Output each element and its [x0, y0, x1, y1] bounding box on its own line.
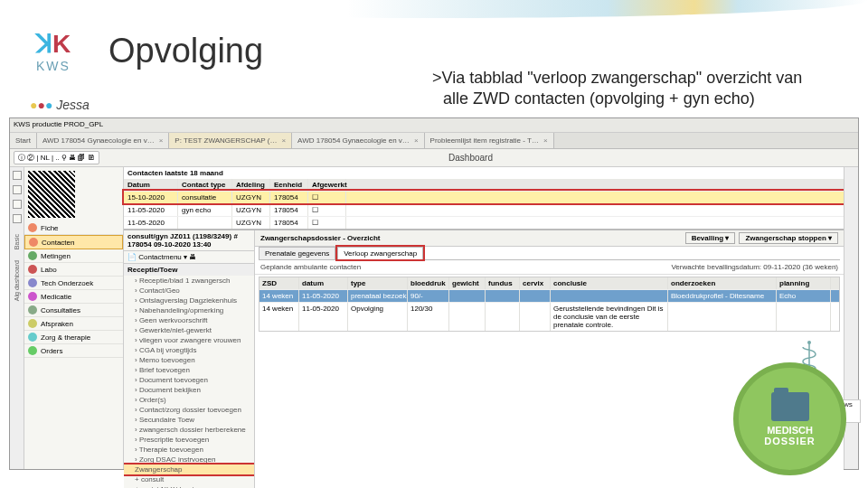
col-datum[interactable]: datum	[299, 277, 348, 289]
tree-item[interactable]: › zwangersch dossier herberekene	[124, 425, 254, 435]
nav-label: Afspraken	[41, 320, 73, 328]
col-cervix[interactable]: cervix	[520, 277, 551, 289]
zwangerschap-stoppen-button[interactable]: Zwangerschap stoppen ▾	[739, 232, 838, 244]
tree-item[interactable]: + consult	[124, 474, 254, 484]
inner-tabs: Prenatale gegevens Verloop zwangerschap	[259, 247, 840, 260]
zsd-row[interactable]: 14 weken11-05-2020prenataal bezoek90/-Bl…	[259, 289, 839, 302]
tree-item[interactable]: + registrNLK/dossier	[124, 484, 254, 488]
nav-afspraken[interactable]: Afspraken	[24, 317, 123, 331]
nav-zorg-therapie[interactable]: Zorg & therapie	[24, 331, 123, 344]
dashboard-label: Dashboard	[448, 153, 493, 163]
jessa-logo: ●●● Jessa	[30, 98, 90, 112]
col-eenheid[interactable]: Eenheid	[270, 179, 308, 191]
verwachte-datum: Verwachte bevallingsdatum: 09-11-2020 (3…	[671, 263, 838, 271]
tree-item[interactable]: › Brief toevoegen	[124, 365, 254, 375]
nav-fiche[interactable]: Fiche	[24, 221, 123, 235]
tab-prenatale-gegevens[interactable]: Prenatale gegevens	[259, 247, 335, 259]
close-icon[interactable]: ×	[159, 136, 164, 145]
nav-metingen[interactable]: Metingen	[24, 249, 123, 263]
tree-item[interactable]: › Geen werkvoorschrift	[124, 315, 254, 325]
tree-item[interactable]: › Contact/Geo	[124, 286, 254, 296]
nav-consultaties[interactable]: Consultaties	[24, 304, 123, 317]
tab-probleemlijst[interactable]: Probleemlijst item registratie - T…×	[425, 133, 554, 148]
col-fundus[interactable]: fundus	[486, 277, 520, 289]
rail-label-basic: Basic	[14, 234, 20, 249]
tab-start[interactable]: Start	[10, 133, 37, 148]
nav-label: Zorg & therapie	[41, 333, 90, 342]
rail-icon[interactable]	[13, 185, 22, 194]
nav-icon	[28, 292, 37, 301]
col-afdeling[interactable]: Afdeling	[232, 179, 270, 191]
tree-item[interactable]: › Receptie/blad 1 zwangersch	[124, 276, 254, 286]
close-icon[interactable]: ×	[543, 136, 548, 145]
consult-header: consult/gyn JZ011 (1198/3249) # 178054 0…	[124, 230, 254, 251]
contacts-title: Contacten laatste 18 maand	[124, 167, 844, 179]
nav-label: Tech Onderzoek	[41, 279, 93, 287]
nav-contacten[interactable]: Contacten	[24, 235, 123, 249]
col-type[interactable]: Contact type	[178, 179, 232, 191]
tree-item[interactable]: › Ontslagverslag Dagziekenhuis	[124, 296, 254, 305]
col-bloeddruk[interactable]: bloeddruk	[408, 277, 449, 289]
folder-icon	[771, 392, 809, 421]
tree-item[interactable]: › vliegen voor zwangere vrouwen	[124, 335, 254, 345]
contacts-table: Contacten laatste 18 maand Datum Contact…	[124, 167, 844, 230]
left-rail: Basic Alg dashboard	[10, 167, 24, 469]
nav-icon	[29, 238, 38, 247]
col-conclusie[interactable]: conclusie	[551, 277, 668, 289]
contact-row[interactable]: 11-05-2020gyn echoUZGYN178054☐	[124, 203, 844, 216]
toolbar-pills[interactable]: ⓘ ② | NL | .. ⚲ 🖶 🗐 🖹	[14, 151, 99, 164]
col-afgewerkt[interactable]: Afgewerkt	[308, 179, 346, 191]
qr-code	[28, 171, 75, 218]
tree-item[interactable]: › Document bekijken	[124, 385, 254, 395]
tree-item[interactable]: › Zorg DSAC instrvoegen	[124, 455, 254, 465]
tree-item[interactable]: › Order(s)	[124, 395, 254, 405]
col-type[interactable]: type	[348, 277, 408, 289]
tree-item[interactable]: › Secundaire Toew	[124, 415, 254, 425]
tab-verloop-zwangerschap[interactable]: Verloop zwangerschap	[337, 247, 423, 259]
bevalling-button[interactable]: Bevalling ▾	[685, 232, 736, 244]
nav-icon	[28, 346, 37, 355]
tree-item[interactable]: Zwangerschap	[124, 465, 254, 474]
nav-medicatie[interactable]: Medicatie	[24, 290, 123, 304]
col-onderzoeken[interactable]: onderzoeken	[668, 277, 777, 289]
tree-item[interactable]: › CGA bij vroegtijds	[124, 345, 254, 355]
decorative-wave	[0, 0, 868, 18]
close-icon[interactable]: ×	[281, 136, 286, 145]
zsd-table: ZSD datum type bloeddruk gewicht fundus …	[259, 277, 840, 332]
nav-label: Orders	[41, 347, 62, 355]
nav-icon	[28, 319, 37, 328]
tree-item[interactable]: › Therapie toevoegen	[124, 445, 254, 455]
tree-item[interactable]: › Memo toevoegen	[124, 355, 254, 365]
tab-patient[interactable]: P: TEST ZWANGERSCHAP (…×	[169, 133, 292, 148]
rail-icon[interactable]	[13, 200, 22, 209]
tab-awd-2[interactable]: AWD 178054 Gynaecologie en v…×	[292, 133, 424, 148]
nav-label: Fiche	[41, 224, 59, 232]
tree-item[interactable]: › Prescriptie toevoegen	[124, 435, 254, 445]
nav-labo[interactable]: Labo	[24, 263, 123, 277]
nav-label: Consultaties	[41, 306, 80, 314]
medisch-dossier-badge: MEDISCH DOSSIER	[733, 362, 846, 475]
col-zsd[interactable]: ZSD	[259, 277, 299, 289]
contact-row[interactable]: 11-05-2020UZGYN178054☐	[124, 216, 844, 229]
detail-title: Zwangerschapsdossier - Overzicht	[260, 234, 381, 242]
bullet-1: >Via tabblad "verloop zwangerschap" over…	[425, 68, 832, 110]
col-planning[interactable]: planning	[777, 277, 831, 289]
consult-menubar[interactable]: 📄 Contactmenu ▾ 🖶	[124, 251, 254, 264]
close-icon[interactable]: ×	[414, 136, 419, 145]
nav-icon	[28, 265, 37, 274]
tree-item[interactable]: › Contact/zorg dossier toevoegen	[124, 405, 254, 415]
tree-item[interactable]: › Nabehandeling/opmerking	[124, 305, 254, 315]
svg-point-0	[807, 341, 811, 344]
nav-orders[interactable]: Orders	[24, 344, 123, 358]
nav-list: FicheContactenMetingenLaboTech Onderzoek…	[24, 221, 123, 358]
contact-row[interactable]: 15-10-2020consultatieUZGYN178054☐	[124, 191, 844, 203]
zsd-row[interactable]: 14 weken11-05-2020Opvolging120/30Gerusts…	[259, 302, 839, 331]
nav-tech-onderzoek[interactable]: Tech Onderzoek	[24, 277, 123, 290]
tree-item[interactable]: › Gewerkte/niet-gewerkt	[124, 325, 254, 335]
col-datum[interactable]: Datum	[124, 179, 178, 191]
rail-icon[interactable]	[13, 171, 22, 180]
rail-icon[interactable]	[13, 214, 22, 223]
col-gewicht[interactable]: gewicht	[449, 277, 486, 289]
tree-item[interactable]: › Document toevoegen	[124, 375, 254, 385]
tab-awd-1[interactable]: AWD 178054 Gynaecologie en v…×	[37, 133, 169, 148]
